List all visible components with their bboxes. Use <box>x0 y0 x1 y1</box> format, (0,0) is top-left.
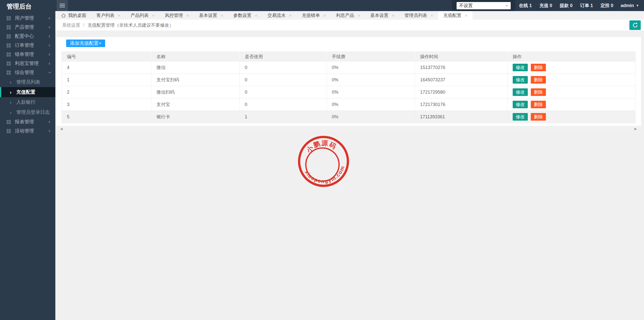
sidebar-item-label: 用户管理 <box>15 15 49 21</box>
sidebar-item-config-center[interactable]: 配置中心‹ <box>0 32 55 41</box>
tab-risk-management[interactable]: 风控管理× <box>160 11 194 20</box>
tab-interest-product[interactable]: 利息产品× <box>331 11 365 20</box>
topbar-stat-order[interactable]: 订单 1 <box>576 3 597 9</box>
breadcrumb-separator: / <box>83 22 85 28</box>
sidebar-item-interest-management[interactable]: 利息宝管理‹ <box>0 59 55 68</box>
tab-label: 充值配置 <box>443 12 461 18</box>
topbar: 不设置 ▼ 在线 1充值 0提款 0订单 1定投 0 admin ▼ <box>55 0 644 11</box>
sidebar-item-activity-management[interactable]: 活动管理‹ <box>0 126 55 135</box>
delete-button[interactable]: 删除 <box>531 113 546 121</box>
tab-close-icon[interactable]: × <box>357 13 360 18</box>
sidebar-subitem-admin-login-log[interactable]: ›管理员登录日志 <box>0 107 55 117</box>
table-cell: 微信 <box>151 61 240 74</box>
tab-label: 我的桌面 <box>68 12 86 18</box>
sidebar-subitem-recharge-config[interactable]: ›充值配置 <box>0 87 55 97</box>
tab-label: 交易流水 <box>268 12 286 18</box>
delete-button[interactable]: 删除 <box>531 101 546 108</box>
notify-select-value: 不设置 <box>459 3 473 9</box>
sidebar-item-label: 利息宝管理 <box>15 60 49 67</box>
sidebar-item-label: 综合管理 <box>15 69 49 76</box>
table-cell: 1645073237 <box>415 74 508 86</box>
menu-toggle-button[interactable] <box>57 0 68 11</box>
edit-button[interactable]: 修改 <box>513 76 528 84</box>
sidebar-item-label: 错单管理 <box>15 51 49 58</box>
tab-recharge-error-order[interactable]: 充值错单× <box>297 11 331 20</box>
tab-close-icon[interactable]: × <box>255 13 257 18</box>
tab-recharge-config[interactable]: 充值配置× <box>438 11 472 20</box>
grid-icon <box>7 61 11 66</box>
tab-close-icon[interactable]: × <box>323 13 326 18</box>
topbar-stat-invest[interactable]: 定投 0 <box>597 3 617 9</box>
notify-select[interactable]: 不设置 ▼ <box>457 2 511 9</box>
sidebar-item-error-order-management[interactable]: 错单管理‹ <box>0 50 55 59</box>
delete-button[interactable]: 删除 <box>531 88 546 96</box>
app-title: 管理后台 <box>0 0 55 14</box>
sidebar: 管理后台 用户管理‹产品管理‹配置中心‹订单管理‹错单管理‹利息宝管理‹综合管理… <box>0 0 55 320</box>
breadcrumb-section[interactable]: 系统设置 <box>62 22 80 28</box>
refresh-button[interactable] <box>629 20 641 30</box>
sidebar-item-report-management[interactable]: 报表管理‹ <box>0 117 55 126</box>
table-cell: 银行卡 <box>151 111 240 123</box>
edit-button[interactable]: 修改 <box>513 113 528 121</box>
tab-param-settings[interactable]: 参数设置× <box>228 11 262 20</box>
sidebar-item-user-management[interactable]: 用户管理‹ <box>0 14 55 23</box>
table-cell: 支付宝 <box>151 98 240 111</box>
table-cell: 0 <box>240 61 327 74</box>
tab-bar: 我的桌面客户列表×产品列表×风控管理×基本设置×参数设置×交易流水×充值错单×利… <box>55 11 644 20</box>
tab-basic-settings[interactable]: 基本设置× <box>194 11 228 20</box>
tab-close-icon[interactable]: × <box>186 13 189 18</box>
topbar-stat-withdraw[interactable]: 提款 0 <box>556 3 576 9</box>
tab-close-icon[interactable]: × <box>392 13 394 18</box>
table-row: 2微信扫码00%1721729580修改删除 <box>62 86 635 98</box>
tab-transaction-flow[interactable]: 交易流水× <box>263 11 297 20</box>
delete-button[interactable]: 删除 <box>531 76 546 84</box>
tab-close-icon[interactable]: × <box>152 13 155 18</box>
sidebar-item-label: 配置中心 <box>15 33 49 40</box>
column-header: 编号 <box>62 52 151 61</box>
table-cell: 1 <box>62 74 151 86</box>
tab-close-icon[interactable]: × <box>118 13 120 18</box>
tab-close-icon[interactable]: × <box>220 13 223 18</box>
sidebar-subitem-admin-list[interactable]: ›管理员列表 <box>0 77 55 87</box>
table-row: 1支付宝扫码00%1645073237修改删除 <box>62 74 635 86</box>
table-cell-actions: 修改删除 <box>508 74 635 86</box>
scroll-right-arrow[interactable]: ▶ <box>634 127 637 131</box>
delete-button[interactable]: 删除 <box>531 64 546 71</box>
tab-my-desktop[interactable]: 我的桌面 <box>56 11 91 20</box>
tab-label: 产品列表 <box>131 12 149 18</box>
chevron-left-icon: ‹ <box>49 128 50 134</box>
table-cell-actions: 修改删除 <box>508 86 635 98</box>
column-header: 操作 <box>508 52 635 61</box>
sidebar-subitem-deposit-bank[interactable]: ›入款银行 <box>0 97 55 107</box>
sidebar-item-product-management[interactable]: 产品管理‹ <box>0 23 55 32</box>
table-cell: 支付宝扫码 <box>151 74 240 86</box>
horizontal-scrollbar[interactable]: ◀ ▶ <box>56 126 641 131</box>
table-row: 3支付宝00%1721730176修改删除 <box>62 98 635 111</box>
scroll-left-arrow[interactable]: ◀ <box>60 127 63 131</box>
tab-basic-settings-2[interactable]: 基本设置× <box>365 11 399 20</box>
edit-button[interactable]: 修改 <box>513 101 528 108</box>
chevron-down-icon: ▼ <box>636 4 639 7</box>
tab-customer-list[interactable]: 客户列表× <box>91 11 126 20</box>
sidebar-item-general-management[interactable]: 综合管理‹ <box>0 68 55 77</box>
tab-close-icon[interactable]: × <box>289 13 292 18</box>
topbar-stat-recharge[interactable]: 充值 0 <box>536 3 556 9</box>
breadcrumb: 系统设置 / 充值配置管理（非技术人员建议不要修改） <box>55 20 644 31</box>
sidebar-item-order-management[interactable]: 订单管理‹ <box>0 41 55 50</box>
add-recharge-config-button[interactable]: 添加充值配置+ <box>66 40 105 47</box>
chevron-right-icon: › <box>10 99 12 105</box>
tab-admin-list[interactable]: 管理员列表× <box>399 11 438 20</box>
column-header: 操作时间 <box>415 52 508 61</box>
tab-label: 管理员列表 <box>405 12 427 18</box>
tab-close-icon[interactable]: × <box>465 13 467 18</box>
edit-button[interactable]: 修改 <box>513 88 528 96</box>
topbar-stat-online[interactable]: 在线 1 <box>515 3 536 9</box>
tab-label: 客户列表 <box>96 12 114 18</box>
tab-close-icon[interactable]: × <box>430 13 433 18</box>
chevron-right-icon: › <box>10 89 12 95</box>
table-cell: 0% <box>327 86 415 98</box>
tab-product-list[interactable]: 产品列表× <box>126 11 160 20</box>
edit-button[interactable]: 修改 <box>513 64 528 71</box>
home-icon <box>61 13 66 18</box>
admin-menu[interactable]: admin ▼ <box>617 3 644 8</box>
